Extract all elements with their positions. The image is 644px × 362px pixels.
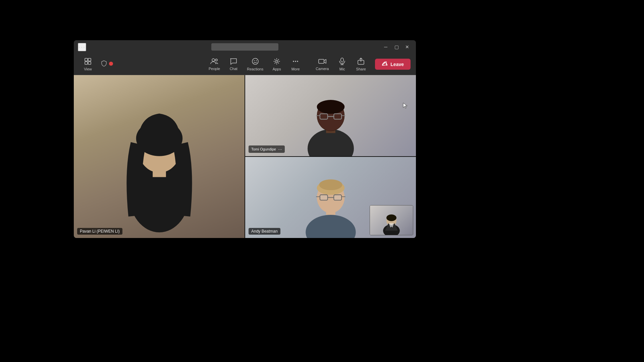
more-button[interactable]: More [287, 56, 304, 73]
people-label: People [209, 67, 220, 71]
svg-point-33 [306, 215, 356, 238]
meeting-title-bar [211, 43, 278, 51]
leave-label: Leave [390, 62, 404, 67]
video-grid: Pavan Li (PEIWEN LI) [74, 75, 416, 238]
camera-button[interactable]: Camera [312, 56, 332, 73]
mic-button[interactable]: Mic [333, 56, 351, 73]
svg-rect-0 [85, 58, 88, 61]
svg-rect-3 [88, 62, 91, 64]
svg-point-23 [308, 129, 354, 156]
tomi-name-tag: Tomi Ogundipe ··· [249, 145, 285, 153]
chat-icon [230, 58, 237, 66]
minimize-icon: ─ [384, 44, 387, 50]
security-area [98, 59, 116, 70]
apps-icon [273, 58, 280, 66]
svg-point-46 [386, 215, 396, 221]
share-icon [357, 58, 365, 66]
person-pavan-svg [95, 83, 223, 238]
svg-point-4 [109, 62, 113, 66]
title-bar-left: ··· [78, 43, 86, 51]
meeting-toolbar: View [74, 54, 416, 75]
view-button[interactable]: View [79, 56, 97, 73]
view-label: View [84, 67, 92, 71]
participant-cell-andy: Andy Beatman [245, 157, 416, 238]
share-button[interactable]: Share [352, 56, 370, 73]
svg-point-5 [212, 59, 215, 61]
leave-button[interactable]: Leave [375, 59, 411, 70]
person-tomi-svg [267, 79, 395, 156]
title-bar-menu-button[interactable]: ··· [78, 43, 86, 51]
andy-name-tag: Andy Beatman [249, 228, 280, 235]
pavan-name: Pavan Li (PEIWEN LI) [80, 229, 120, 234]
svg-rect-15 [341, 58, 343, 62]
shield-icon [101, 60, 107, 68]
reactions-icon [252, 58, 259, 66]
tomi-name: Tomi Ogundipe [251, 147, 276, 151]
svg-point-8 [254, 60, 255, 61]
svg-point-27 [317, 100, 344, 114]
camera-label: Camera [316, 67, 329, 71]
mic-icon [339, 58, 345, 66]
record-icon [109, 61, 113, 67]
apps-button[interactable]: Apps [268, 56, 285, 73]
self-person-svg [374, 210, 409, 235]
share-label: Share [356, 67, 366, 71]
svg-rect-2 [85, 62, 88, 64]
window-controls: ─ ▢ ✕ [381, 42, 412, 52]
chat-label: Chat [230, 67, 237, 71]
more-icon [292, 58, 299, 66]
close-icon: ✕ [405, 44, 409, 50]
more-label: More [291, 67, 300, 71]
maximize-icon: ▢ [394, 44, 399, 50]
svg-point-13 [297, 61, 298, 62]
participant-cell-tomi: Tomi Ogundipe ··· [245, 75, 416, 156]
view-icon [84, 58, 92, 66]
pavan-name-tag: Pavan Li (PEIWEN LI) [77, 228, 122, 235]
reactions-label: Reactions [247, 67, 263, 71]
reactions-button[interactable]: Reactions [244, 56, 267, 73]
maximize-button[interactable]: ▢ [392, 42, 401, 52]
svg-point-11 [293, 61, 294, 62]
svg-point-10 [276, 60, 278, 62]
minimize-button[interactable]: ─ [381, 42, 390, 52]
people-icon [210, 58, 218, 66]
self-view-pip [370, 205, 413, 235]
people-button[interactable]: People [205, 56, 223, 73]
title-bar: ··· ─ ▢ ✕ [74, 40, 416, 54]
svg-point-7 [252, 58, 258, 64]
svg-point-9 [256, 60, 257, 61]
camera-icon [318, 58, 326, 66]
svg-rect-1 [88, 58, 91, 61]
mic-label: Mic [339, 67, 345, 71]
svg-rect-39 [334, 195, 341, 200]
tomi-options-button[interactable]: ··· [278, 146, 282, 152]
phone-icon [382, 61, 388, 67]
andy-name: Andy Beatman [251, 229, 278, 234]
ellipsis-icon: ··· [78, 44, 86, 51]
svg-point-12 [295, 61, 296, 62]
svg-rect-38 [320, 195, 327, 200]
close-button[interactable]: ✕ [402, 42, 412, 52]
svg-point-37 [319, 179, 342, 190]
svg-rect-14 [319, 59, 324, 63]
svg-point-6 [215, 59, 217, 61]
apps-label: Apps [273, 67, 281, 71]
chat-button[interactable]: Chat [225, 56, 242, 73]
teams-window: ··· ─ ▢ ✕ [74, 40, 416, 238]
participant-cell-pavan: Pavan Li (PEIWEN LI) [74, 75, 245, 238]
